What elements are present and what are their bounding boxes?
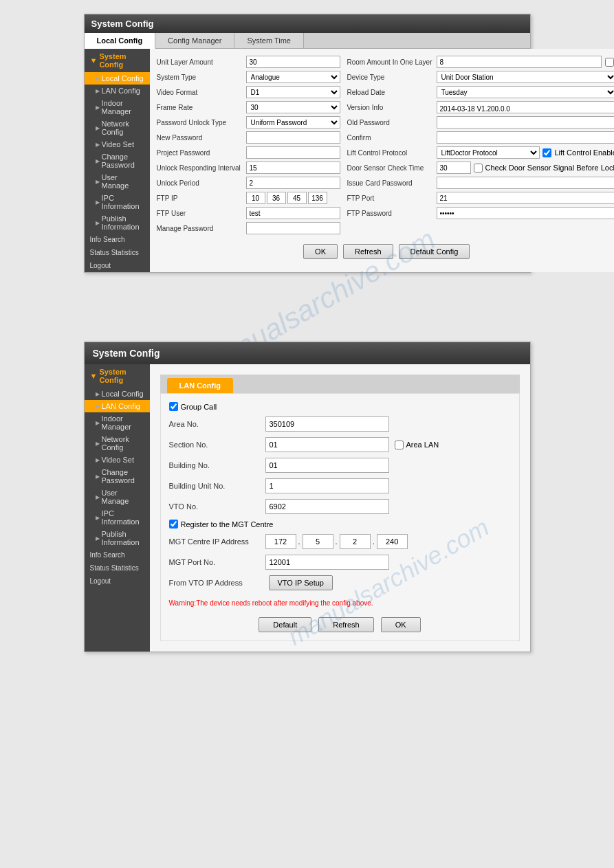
p2-sidebar-item-video-set[interactable]: ▶ Video Set [85, 454, 150, 466]
input-ftp-password[interactable] [437, 207, 615, 219]
register-mgt-checkbox[interactable] [169, 520, 178, 528]
p2-arrow5: ▶ [96, 457, 100, 463]
input-ftp-port[interactable] [437, 192, 615, 204]
ftp-ip-3[interactable] [287, 192, 307, 204]
label-ftp-password: FTP Password [347, 210, 437, 217]
input-door-sensor[interactable] [437, 162, 471, 174]
lan-btn-default[interactable]: Default [259, 617, 311, 632]
arrow-icon6: ▶ [96, 158, 100, 164]
p2-sidebar-item-network-config[interactable]: ▶ Network Config [85, 433, 150, 454]
ftp-ip-2[interactable] [267, 192, 286, 204]
lan-input-area-no[interactable] [265, 416, 389, 432]
tab-config-manager[interactable]: Config Manager [155, 33, 234, 48]
btn-refresh[interactable]: Refresh [343, 244, 393, 259]
mgt-ip-inputs: . . . [265, 534, 408, 549]
group-call-checkbox[interactable] [169, 402, 178, 411]
p2-sidebar-item-indoor-manager[interactable]: ▶ Indoor Manager [85, 412, 150, 433]
input-project-password[interactable] [246, 146, 340, 159]
dot1: . [298, 537, 300, 546]
tab-system-time[interactable]: System Time [234, 33, 304, 48]
sidebar-item-user-manage[interactable]: ▶ User Manage [85, 171, 150, 192]
mgt-ip-4[interactable] [377, 534, 408, 549]
lan-tab-active[interactable]: LAN Config [167, 378, 233, 393]
tab-local-config[interactable]: Local Config [85, 33, 156, 49]
input-new-password[interactable] [246, 131, 340, 144]
label-password-unlock-type: Password Unlock Type [157, 119, 246, 126]
p2-arrow8: ▶ [96, 515, 100, 521]
lift-control-enable-checkbox[interactable] [542, 148, 551, 157]
mgt-ip-2[interactable] [303, 534, 333, 549]
input-ftp-user[interactable] [246, 207, 340, 219]
btn-default-config[interactable]: Default Config [399, 244, 470, 259]
label-unlock-interval: Unlock Responding Interval [157, 164, 246, 172]
label-project-password: Project Password [157, 149, 246, 157]
mgt-ip-1[interactable] [265, 534, 296, 549]
select-device-type[interactable]: Unit Door Station [437, 71, 615, 83]
input-room-amount[interactable] [437, 56, 602, 68]
form-row-reload-date: Reload Date Tuesday [347, 86, 615, 98]
p2-sidebar-item-publish-info[interactable]: ▶ Publish Information [85, 528, 150, 548]
input-unit-layer[interactable] [246, 56, 340, 68]
panel1-header: System Config [85, 14, 530, 33]
p2-sidebar-item-ipc-info[interactable]: ▶ IPC Information [85, 507, 150, 528]
lan-input-building-no[interactable] [265, 458, 389, 473]
p2-arrow3: ▶ [96, 420, 100, 426]
btn-ok[interactable]: OK [303, 244, 338, 259]
input-old-password[interactable] [437, 116, 615, 129]
sidebar-item-video-set[interactable]: ▶ Video Set [85, 138, 150, 151]
input-unlock-period[interactable] [246, 177, 340, 189]
sidebar-item-indoor-manager[interactable]: ▶ Indoor Manager [85, 97, 150, 118]
select-frame-rate[interactable]: 30 [246, 101, 340, 113]
p2-sidebar-item-user-manage[interactable]: ▶ User Manage [85, 487, 150, 507]
panel1: System Config Local Config Config Manage… [84, 14, 531, 273]
label-ftp-port: FTP Port [347, 194, 437, 202]
sidebar-item-ipc-information[interactable]: ▶ IPC Information [85, 192, 150, 212]
vto-ip-setup-btn[interactable]: VTO IP Setup [269, 575, 333, 590]
sidebar-item-change-password[interactable]: ▶ Change Password [85, 151, 150, 171]
area-lan-checkbox-label: Area LAN [395, 441, 439, 449]
sidebar-item-publish-information[interactable]: ▶ Publish Information [85, 212, 150, 233]
input-manage-password[interactable] [246, 222, 340, 234]
panel1-tab-bar: Local Config Config Manager System Time [85, 33, 530, 49]
form-row-ftp-port: FTP Port [347, 192, 615, 204]
lan-btn-ok[interactable]: OK [381, 617, 421, 632]
panel1-sidebar: ▼ System Config ▶ Local Config ▶ LAN Con… [85, 49, 150, 272]
p2-sidebar-item-change-password[interactable]: ▶ Change Password [85, 466, 150, 487]
p2-sidebar-status-statistics[interactable]: Status Statistics [85, 561, 150, 575]
sidebar-status-statistics[interactable]: Status Statistics [85, 246, 150, 259]
input-unlock-interval[interactable] [246, 162, 340, 174]
p2-sidebar-logout[interactable]: Logout [85, 575, 150, 588]
ftp-ip-1[interactable] [246, 192, 265, 204]
p2-arrow2: ▶ [96, 403, 100, 410]
select-reload-date[interactable]: Tuesday [437, 86, 615, 98]
lan-btn-refresh[interactable]: Refresh [318, 617, 374, 632]
p2-sidebar-info-search[interactable]: Info Search [85, 548, 150, 561]
sidebar-item-local-config[interactable]: ▶ Local Config [85, 72, 150, 85]
input-confirm[interactable] [437, 131, 615, 144]
dot2: . [336, 537, 338, 546]
select-password-unlock-type[interactable]: Uniform Password [246, 116, 340, 129]
lan-label-mgt-ip: MGT Centre IP Address [169, 537, 265, 546]
door-sensor-checkbox[interactable] [474, 164, 483, 173]
create-room-checkbox[interactable] [605, 58, 614, 67]
select-video-format[interactable]: D1 [246, 86, 340, 98]
lan-input-vto-no[interactable] [265, 499, 389, 514]
lan-input-section-no[interactable] [265, 437, 389, 452]
lan-input-building-unit[interactable] [265, 478, 389, 493]
sidebar-item-lan-config[interactable]: ▶ LAN Config [85, 85, 150, 97]
ftp-ip-4[interactable] [308, 192, 327, 204]
sidebar-logout[interactable]: Logout [85, 259, 150, 272]
area-lan-checkbox[interactable] [395, 441, 404, 449]
p2-sidebar-item-lan-config[interactable]: ▶ LAN Config [85, 400, 150, 412]
sidebar-item-network-config[interactable]: ▶ Network Config [85, 118, 150, 138]
select-lift-control[interactable]: LiftDoctor Protocol [437, 146, 540, 159]
p2-sidebar-item-local-config[interactable]: ▶ Local Config [85, 388, 150, 400]
input-issue-card-password[interactable] [437, 177, 615, 189]
lan-input-mgt-port[interactable] [265, 555, 389, 570]
mgt-ip-3[interactable] [340, 534, 371, 549]
label-confirm: Confirm [347, 134, 437, 142]
lan-label-vto-no: VTO No. [169, 502, 265, 511]
sidebar-info-search[interactable]: Info Search [85, 233, 150, 246]
lan-section-no-row: Section No. Area LAN [169, 437, 511, 452]
select-system-type[interactable]: Analogue [246, 71, 340, 83]
